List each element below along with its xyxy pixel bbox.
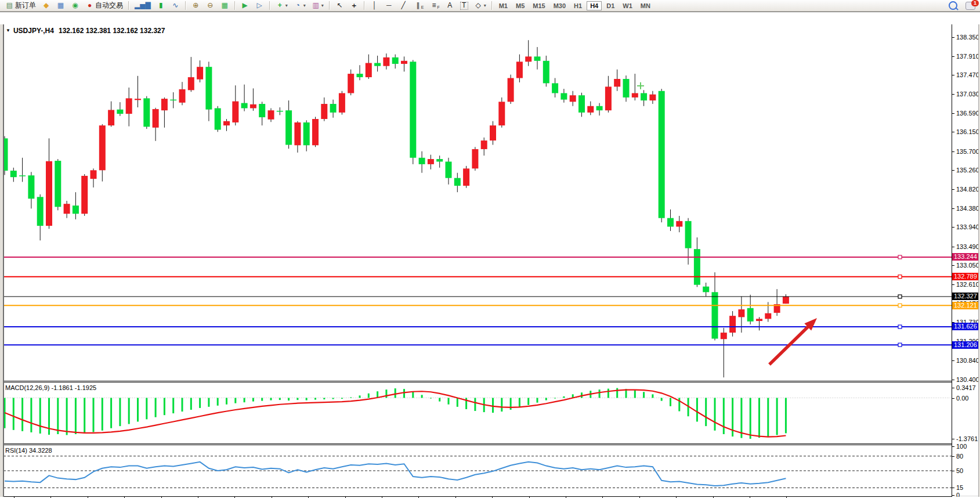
main-toolbar: ▤新订单◆▦◉●自动交易▂▅▇▮∿⊕⊖▦▶▷+▾◔▾▥▾↖＋│─╱∥E≡FAT◇… — [0, 0, 980, 12]
trendline-button[interactable]: ╱ — [397, 0, 410, 11]
price-tick-label: 132.610 — [956, 281, 979, 288]
timeframe-w1[interactable]: W1 — [619, 1, 636, 10]
macd-tick-label: 0.00 — [956, 395, 968, 402]
rsi-value: 34.3228 — [29, 447, 52, 454]
dropdown-arrow-icon[interactable]: ▾ — [484, 3, 486, 8]
price-tick-label: 137.030 — [956, 91, 979, 98]
clock-icon: ◔ — [294, 1, 302, 10]
text-button[interactable]: A — [443, 0, 457, 11]
textA-icon: A — [446, 1, 454, 10]
hline-icon: ─ — [385, 1, 393, 10]
market-watch-button[interactable]: ▦ — [54, 0, 67, 11]
linechart-icon: ∿ — [171, 1, 180, 10]
macd-canvas — [3, 382, 952, 443]
templates-button[interactable]: ▥▾ — [309, 0, 326, 11]
new-order-button-label: 新订单 — [15, 1, 36, 10]
dropdown-arrow-icon[interactable]: ▾ — [285, 3, 288, 8]
price-tick-label: 137.470 — [956, 71, 979, 78]
price-tag: 132.327 — [952, 293, 978, 300]
channel-button[interactable]: ∥E — [411, 0, 426, 11]
fibo-button[interactable]: ≡F — [427, 0, 442, 11]
line-chart-button[interactable]: ∿ — [169, 0, 182, 11]
timeframe-h4[interactable]: H4 — [587, 1, 602, 10]
toolbar-separator — [234, 1, 236, 10]
timeframe-m1[interactable]: M1 — [496, 1, 511, 10]
broadcast-icon: ◉ — [71, 1, 79, 10]
price-tick-label: 135.260 — [956, 167, 979, 174]
rsi-tick-label: 100 — [956, 443, 967, 450]
candles-icon: ▮ — [157, 1, 165, 10]
line-handle[interactable] — [898, 343, 902, 347]
crosshair-icon: ＋ — [350, 1, 359, 10]
chart-title: ▼USDJPY-,H4132.162 132.381 132.162 132.3… — [6, 27, 165, 35]
chart-window-icon: ▦ — [56, 1, 65, 10]
search-icon[interactable] — [949, 1, 957, 10]
auto-trading-button[interactable]: ●自动交易 — [83, 0, 125, 11]
notifications-icon[interactable]: 1 — [965, 2, 975, 10]
metaeditor-button[interactable]: ◆ — [39, 0, 53, 11]
auto-scroll-button[interactable]: ▶ — [238, 0, 252, 11]
ohlc-values: 132.162 132.381 132.162 132.327 — [59, 27, 165, 35]
timeframe-m5[interactable]: M5 — [512, 1, 528, 10]
icon-sub-letter: E — [421, 5, 424, 9]
price-tick-label: 137.910 — [956, 53, 979, 60]
timeframe-m30[interactable]: M30 — [550, 1, 569, 10]
line-handle[interactable] — [898, 325, 902, 329]
crosshair-button[interactable]: ＋ — [348, 0, 361, 11]
notification-badge: 1 — [971, 0, 979, 6]
cursor-button[interactable]: ↖ — [333, 0, 346, 11]
price-tick-label: 133.490 — [956, 243, 979, 250]
toolbar-separator — [491, 1, 493, 10]
zoom-out-icon: ⊖ — [206, 1, 215, 10]
price-tick-label: 130.840 — [956, 357, 979, 364]
line-handle[interactable] — [898, 255, 902, 259]
price-chart-canvas — [3, 24, 952, 381]
periods-button[interactable]: ◔▾ — [291, 0, 308, 11]
price-tick-label: 133.940 — [956, 223, 979, 230]
auto-trading-button-label: 自动交易 — [95, 1, 123, 10]
bar-chart-button[interactable]: ▂▅▇ — [132, 0, 153, 11]
vline-icon: │ — [370, 1, 379, 10]
indicators-button[interactable]: +▾ — [273, 0, 290, 11]
zoom-out-button[interactable]: ⊖ — [204, 0, 217, 11]
line-handle[interactable] — [898, 275, 902, 279]
price-tick-label: 134.380 — [956, 205, 979, 212]
price-tick-label: 138.350 — [956, 34, 979, 41]
rsi-tick-label: 80 — [956, 453, 963, 460]
price-tag: 131.626 — [952, 323, 978, 330]
template-icon: ▥ — [312, 1, 320, 10]
rsi-indicator-label: RSI(14) 34.3228 — [5, 447, 52, 454]
rsi-canvas — [3, 445, 952, 496]
macd-tick-label: 0.3417 — [956, 384, 976, 391]
dropdown-arrow-icon[interactable]: ▾ — [321, 3, 324, 8]
chart-shift-button[interactable]: ▷ — [253, 0, 266, 11]
toolbar-separator — [329, 1, 330, 10]
candle-chart-button[interactable]: ▮ — [154, 0, 168, 11]
shapes-button[interactable]: ◇▾ — [472, 0, 489, 11]
price-tick-label: 136.150 — [956, 128, 979, 135]
chevron-down-icon[interactable]: ▼ — [6, 28, 10, 33]
label-button[interactable]: T — [458, 0, 471, 11]
new-order-button[interactable]: ▤新订单 — [3, 0, 38, 11]
hline-button[interactable]: ─ — [382, 0, 396, 11]
zoom-in-icon: ⊕ — [191, 1, 200, 10]
price-tick-label: 135.700 — [956, 148, 979, 155]
price-tick-label: 133.050 — [956, 262, 979, 269]
timeframe-m15[interactable]: M15 — [529, 1, 548, 10]
timeframe-mn[interactable]: MN — [637, 1, 654, 10]
timeframe-h1[interactable]: H1 — [570, 1, 585, 10]
line-handle[interactable] — [898, 295, 902, 298]
macd-values: -1.1861 -1.1925 — [51, 384, 96, 391]
signals-button[interactable]: ◉ — [68, 0, 82, 11]
vline-button[interactable]: │ — [368, 0, 381, 11]
trendline-icon: ╱ — [399, 1, 408, 10]
rsi-tick-label: 15 — [956, 484, 963, 491]
timeframe-d1[interactable]: D1 — [603, 1, 618, 10]
tile-windows-button[interactable]: ▦ — [218, 0, 232, 11]
dropdown-arrow-icon[interactable]: ▾ — [303, 3, 306, 8]
macd-indicator-label: MACD(12,26,9) -1.1861 -1.1925 — [5, 384, 96, 391]
line-handle[interactable] — [898, 304, 902, 307]
diamond-yellow-icon: ◆ — [42, 1, 50, 10]
zoom-in-button[interactable]: ⊕ — [189, 0, 202, 11]
chartshift-icon: ▷ — [255, 1, 264, 10]
